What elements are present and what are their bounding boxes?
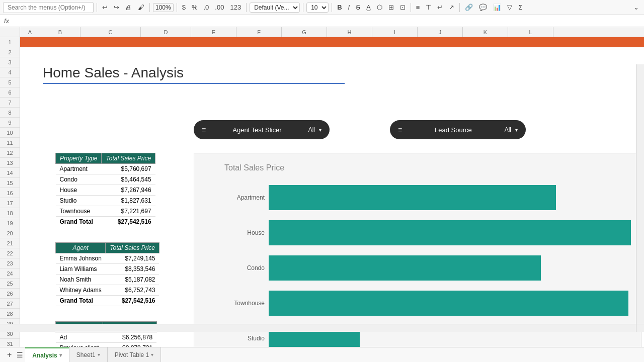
zoom-control[interactable]: 100% xyxy=(153,3,174,12)
link-btn[interactable]: 🔗 xyxy=(463,3,475,12)
scroll-corner xyxy=(636,324,644,332)
comment-btn[interactable]: 💬 xyxy=(477,3,489,12)
agent-price-cell: $7,249,145 xyxy=(106,253,159,264)
percent-btn[interactable]: % xyxy=(190,3,200,12)
italic-btn[interactable]: I xyxy=(346,3,352,12)
row-num-8: 8 xyxy=(0,108,20,118)
currency-btn[interactable]: $ xyxy=(180,3,188,12)
decimal00-btn[interactable]: .00 xyxy=(213,3,226,12)
bar-label-house: House xyxy=(224,229,265,236)
add-sheet-button[interactable]: + xyxy=(4,350,15,359)
print-btn[interactable]: 🖨 xyxy=(123,3,134,12)
borders-btn[interactable]: ⊞ xyxy=(386,3,396,12)
tab-analysis-arrow: ▾ xyxy=(59,352,62,358)
font-size-select[interactable]: 10 xyxy=(306,3,329,13)
rotate-btn[interactable]: ↗ xyxy=(447,3,456,12)
row-num-24: 24 xyxy=(0,268,20,279)
col-b[interactable]: B xyxy=(40,27,80,37)
col-i[interactable]: I xyxy=(372,27,418,37)
property-price-cell: $5,760,697 xyxy=(102,164,155,174)
property-type-col-header: Property Type xyxy=(56,153,102,164)
filter-btn[interactable]: ▽ xyxy=(505,3,514,12)
row-num-3: 3 xyxy=(0,57,20,67)
tab-analysis[interactable]: Analysis ▾ xyxy=(25,347,69,363)
col-d[interactable]: D xyxy=(141,27,191,37)
col-g[interactable]: G xyxy=(282,27,327,37)
property-price-cell: $7,267,946 xyxy=(102,185,155,196)
redo-btn[interactable]: ↪ xyxy=(112,3,121,12)
property-type-cell: Apartment xyxy=(56,164,102,174)
undo-btn[interactable]: ↩ xyxy=(100,3,110,12)
property-type-table: Property Type Total Sales Price Apartmen… xyxy=(55,153,155,227)
num-format-btn[interactable]: 123 xyxy=(228,3,243,12)
row-num-21: 21 xyxy=(0,238,20,248)
property-price-cell: $1,827,631 xyxy=(102,196,155,206)
formula-input[interactable] xyxy=(13,17,640,25)
tab-sheet1-label: Sheet1 xyxy=(76,351,96,358)
bar-label-apartment: Apartment xyxy=(224,194,265,201)
menu-search-input[interactable] xyxy=(3,2,94,13)
col-c[interactable]: C xyxy=(80,27,141,37)
wrap-btn[interactable]: ↵ xyxy=(435,3,445,12)
function-btn[interactable]: Σ xyxy=(516,3,524,12)
row-num-1: 1 xyxy=(0,37,20,47)
decimal0-btn[interactable]: .0 xyxy=(202,3,211,12)
row-num-23: 23 xyxy=(0,258,20,268)
orange-header-row xyxy=(20,37,644,47)
property-price-cell: $5,464,545 xyxy=(102,174,155,185)
col-a[interactable]: A xyxy=(20,27,40,37)
property-type-cell: Studio xyxy=(56,196,102,206)
align-btn[interactable]: ≡ xyxy=(414,3,422,12)
col-f[interactable]: F xyxy=(236,27,282,37)
valign-btn[interactable]: ⊤ xyxy=(424,3,433,12)
row-num-5: 5 xyxy=(0,77,20,87)
fx-label: fx xyxy=(4,17,9,25)
property-type-cell: House xyxy=(56,185,102,196)
agent-table: Agent Total Sales Price Emma Johnson $7,… xyxy=(55,242,159,306)
sheet-menu-button[interactable]: ☰ xyxy=(15,351,25,359)
agent-test-slicer[interactable]: ≡ Agent Test Slicer All ▾ xyxy=(194,120,330,139)
agent-price-cell: $6,752,743 xyxy=(106,285,159,296)
chart-title: Total Sales Price xyxy=(224,163,631,172)
chevron-down-icon-2: ▾ xyxy=(515,127,518,133)
slicer-2-label: Lead Source xyxy=(406,126,500,134)
paint-format-btn[interactable]: 🖌 xyxy=(136,3,146,12)
chart-btn[interactable]: 📊 xyxy=(491,3,503,12)
row-num-14: 14 xyxy=(0,168,20,178)
fill-color-btn[interactable]: ⬡ xyxy=(375,3,384,12)
more-btn[interactable]: ⌄ xyxy=(631,3,641,12)
lead-source-price-cell: $8,879,721 xyxy=(103,343,157,347)
slicer-1-value: All xyxy=(308,126,315,133)
row-numbers: 1234567891011121314151617181920212223242… xyxy=(0,37,20,347)
row-num-15: 15 xyxy=(0,178,20,188)
font-family-select[interactable]: Default (Ve... xyxy=(250,3,300,13)
table-row: Ad $6,256,878 xyxy=(56,332,157,343)
divider-6 xyxy=(332,3,332,12)
tab-pivot-label: Pivot Table 1 xyxy=(115,351,149,358)
tab-sheet1[interactable]: Sheet1 ▾ xyxy=(69,347,108,363)
agent-grand-total-row: Grand Total $27,542,516 xyxy=(56,296,159,306)
row-num-27: 27 xyxy=(0,299,20,309)
col-h[interactable]: H xyxy=(327,27,372,37)
horizontal-scrollbar[interactable] xyxy=(0,324,636,332)
merge-btn[interactable]: ⊡ xyxy=(398,3,408,12)
agent-sales-price-col-header: Total Sales Price xyxy=(106,243,159,253)
text-color-btn[interactable]: A̲ xyxy=(364,3,373,12)
row-num-17: 17 xyxy=(0,198,20,208)
vertical-scrollbar[interactable] xyxy=(636,64,644,324)
bar-row-condo: Condo xyxy=(224,250,631,286)
col-e[interactable]: E xyxy=(191,27,236,37)
bottom-tab-bar: + ☰ Analysis ▾ Sheet1 ▾ Pivot Table 1 ▾ xyxy=(0,347,644,362)
row-num-header xyxy=(0,27,20,37)
bold-btn[interactable]: B xyxy=(335,3,344,12)
lead-source-slicer[interactable]: ≡ Lead Source All ▾ xyxy=(390,120,526,139)
tab-pivot-arrow: ▾ xyxy=(151,352,153,357)
strikethrough-btn[interactable]: S xyxy=(354,3,362,12)
lead-source-cell: Ad xyxy=(56,332,103,343)
tab-pivot-table-1[interactable]: Pivot Table 1 ▾ xyxy=(108,347,162,363)
main-content: Home Sales - Analysis ≡ Agent Test Slice… xyxy=(20,37,644,347)
col-k[interactable]: K xyxy=(463,27,508,37)
col-l[interactable]: L xyxy=(508,27,553,37)
col-j[interactable]: J xyxy=(418,27,463,37)
bar-chart: Apartment House Condo Townhouse Studio xyxy=(224,180,631,347)
